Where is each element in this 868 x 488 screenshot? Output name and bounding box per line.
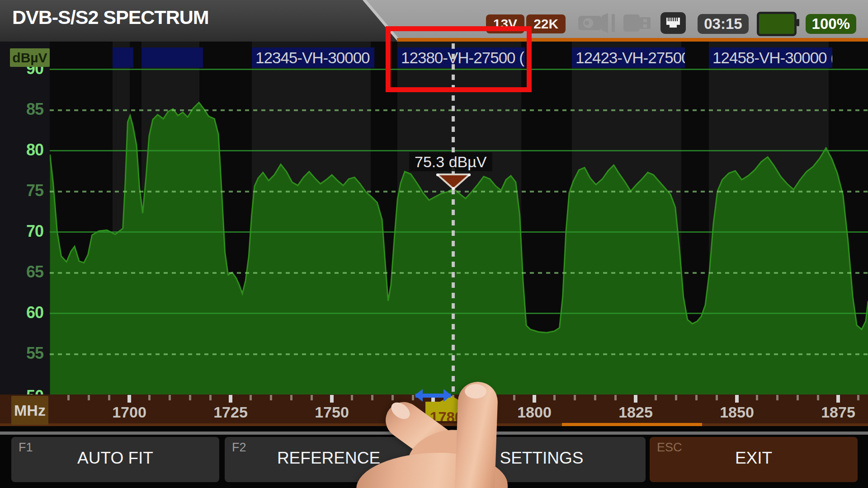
channel-label[interactable]: 12423-VH-27500 ( xyxy=(572,47,685,68)
freq-tick-1795 xyxy=(513,395,515,400)
gridline-60 xyxy=(50,313,868,314)
freq-tick-1730 xyxy=(250,395,252,400)
marker-value-badge: 75.3 dBµV xyxy=(409,152,492,171)
freq-tick-1745 xyxy=(311,395,313,400)
y-axis-label-70: 70 xyxy=(0,222,43,241)
freq-tick-1690 xyxy=(88,395,90,400)
freq-tick-1800 xyxy=(533,395,536,403)
page-title: DVB-S/S2 SPECTRUM xyxy=(12,6,209,28)
x-axis-label-1875: 1875 xyxy=(821,404,855,421)
freq-tick-1685 xyxy=(67,395,70,400)
y-axis-label-85: 85 xyxy=(0,100,43,119)
x-axis-label-1750: 1750 xyxy=(315,404,349,421)
freq-tick-1825 xyxy=(634,395,637,403)
freq-tick-1755 xyxy=(351,395,353,400)
freq-tick-1705 xyxy=(148,395,151,400)
freq-tick-1855 xyxy=(756,395,758,400)
channel-label[interactable] xyxy=(113,47,133,68)
freq-tick-1725 xyxy=(229,395,232,403)
freq-tick-1840 xyxy=(695,395,698,400)
gridline-80 xyxy=(50,150,868,151)
status-cluster: 13V 22K xyxy=(486,12,856,36)
channel-label[interactable] xyxy=(142,47,203,68)
channel-label[interactable]: 12458-VH-30000 ( xyxy=(709,47,832,68)
freq-tick-1865 xyxy=(797,395,799,400)
settings-button[interactable]: F3 SETTINGS xyxy=(438,437,646,482)
x-axis-label-1725: 1725 xyxy=(213,404,248,421)
channel-label[interactable]: 12345-VH-30000 ( xyxy=(252,47,374,68)
exit-button[interactable]: ESC EXIT xyxy=(650,437,858,482)
y-axis-unit-badge: dBµV xyxy=(10,48,50,67)
y-axis-label-55: 55 xyxy=(0,344,43,363)
freq-tick-1870 xyxy=(817,395,819,400)
freq-tick-1860 xyxy=(776,395,778,400)
spectrum-trace xyxy=(0,42,868,394)
freq-tick-1830 xyxy=(655,395,657,400)
reference-button[interactable]: F2 REFERENCE xyxy=(225,437,433,482)
drag-horizontal-arrow-icon[interactable] xyxy=(408,389,458,402)
x-axis-label-1825: 1825 xyxy=(618,404,653,421)
x-axis-label-1800: 1800 xyxy=(517,404,552,421)
freq-tick-1875 xyxy=(836,395,840,403)
battery-percent-badge: 100% xyxy=(806,14,856,34)
gridline-85 xyxy=(50,109,868,111)
x-axis-unit-badge: MHz xyxy=(11,396,48,425)
gridline-55 xyxy=(50,353,868,355)
marker-line xyxy=(452,43,455,394)
battery-icon xyxy=(757,12,797,36)
y-axis-label-80: 80 xyxy=(0,141,43,160)
gridline-70 xyxy=(50,231,868,233)
y-axis-label-60: 60 xyxy=(0,303,43,322)
gridline-75 xyxy=(50,191,868,192)
freq-tick-1790 xyxy=(493,395,495,400)
y-axis-label-65: 65 xyxy=(0,263,43,282)
freq-tick-1740 xyxy=(290,395,292,400)
ethernet-icon xyxy=(660,12,686,36)
freq-tick-1765 xyxy=(392,395,394,400)
x-axis-label-1700: 1700 xyxy=(112,404,146,421)
flashlight-icon xyxy=(578,13,618,35)
freq-tick-1835 xyxy=(675,395,677,400)
auto-fit-label: AUTO FIT xyxy=(11,449,219,468)
auto-fit-button[interactable]: F1 AUTO FIT xyxy=(11,437,219,482)
y-axis-label-75: 75 xyxy=(0,181,43,200)
exit-label: EXIT xyxy=(650,449,858,468)
freq-tick-1750 xyxy=(330,395,334,403)
freq-tick-1845 xyxy=(716,395,718,400)
marker-triangle[interactable] xyxy=(435,172,472,191)
reference-label: REFERENCE xyxy=(225,449,433,468)
gridline-65 xyxy=(50,272,868,274)
freq-tick-1880 xyxy=(857,395,859,400)
annotation-red-rectangle xyxy=(386,26,532,92)
freq-tick-1810 xyxy=(574,395,576,400)
freq-tick-1815 xyxy=(594,395,596,400)
tone-22k-badge: 22K xyxy=(526,14,566,33)
freq-tick-1715 xyxy=(189,395,191,400)
usb-icon xyxy=(623,14,652,34)
spectrum-plot[interactable]: 9080706085756555 12345-VH-30000 (12380-V… xyxy=(0,42,868,394)
freq-tick-1760 xyxy=(371,395,373,400)
scrollbar-thumb[interactable] xyxy=(562,423,702,426)
freq-tick-1720 xyxy=(209,395,212,400)
freq-tick-1850 xyxy=(735,395,739,403)
freq-tick-1700 xyxy=(127,395,131,403)
freq-tick-1820 xyxy=(614,395,617,400)
freq-tick-1735 xyxy=(270,395,272,400)
y-axis-strip xyxy=(0,42,50,394)
clock: 03:15 xyxy=(698,14,748,34)
freq-tick-1710 xyxy=(169,395,171,400)
settings-label: SETTINGS xyxy=(438,449,646,468)
scrollbar-track xyxy=(0,423,868,426)
freq-tick-1805 xyxy=(553,395,556,400)
freq-tick-1695 xyxy=(108,395,110,400)
function-button-bar: F1 AUTO FIT F2 REFERENCE F3 SETTINGS ESC… xyxy=(0,426,868,488)
x-axis-label-1850: 1850 xyxy=(720,404,754,421)
button-bar-separator xyxy=(0,432,868,435)
freq-tick-1785 xyxy=(472,395,475,400)
